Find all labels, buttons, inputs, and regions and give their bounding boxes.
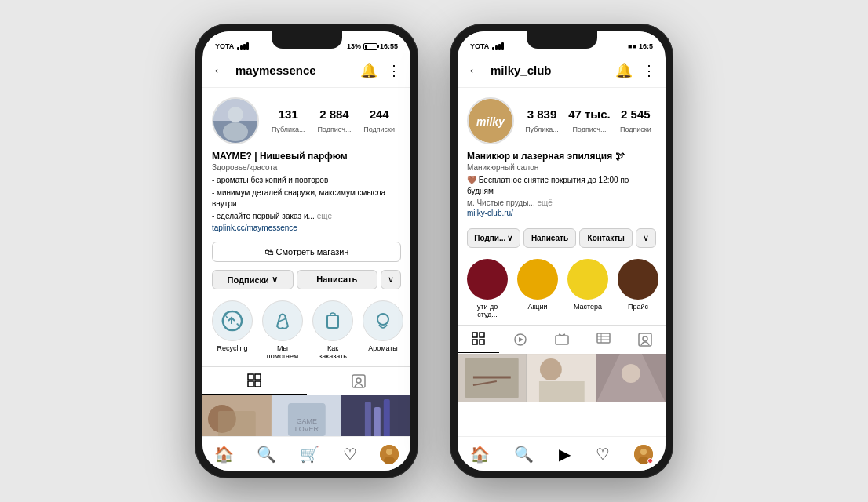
message-button[interactable]: Написать — [297, 270, 378, 289]
bio-link-2[interactable]: milky-club.ru/ — [467, 209, 656, 217]
highlight-circle-1 — [212, 300, 253, 341]
highlight-3[interactable]: Как заказать — [312, 300, 353, 360]
stats-numbers: 131 Публика... 2 884 Подписч... 244 Подп… — [265, 107, 401, 135]
posts-stat-2[interactable]: 3 839 Публика... — [525, 107, 559, 135]
follow-button[interactable]: Подписки ∨ — [212, 270, 294, 289]
carrier-label: YOTA — [215, 42, 234, 50]
following-stat-2[interactable]: 2 545 Подписки — [620, 107, 651, 135]
tab-reels-2[interactable] — [499, 326, 541, 353]
nav-heart-2[interactable]: ♡ — [596, 445, 610, 464]
battery-fill — [365, 45, 367, 49]
nav-avatar-2[interactable] — [634, 445, 653, 464]
back-button[interactable]: ← — [212, 61, 228, 79]
svg-point-54 — [640, 449, 647, 455]
tab-tagged-2[interactable] — [624, 326, 666, 353]
svg-rect-7 — [248, 374, 253, 380]
svg-point-43 — [643, 336, 647, 341]
bio-more[interactable]: ещё — [317, 212, 332, 220]
more-icon-2[interactable]: ⋮ — [642, 62, 656, 79]
tab-grid-2[interactable] — [458, 326, 499, 353]
bio-link[interactable]: taplink.cc/maymessence — [212, 224, 401, 232]
highlight-2[interactable]: Мы помогаем — [262, 300, 303, 360]
contacts-button[interactable]: Контакты — [579, 228, 633, 248]
nav-home[interactable]: 🏠 — [214, 445, 234, 464]
highlight-label-3: Как заказать — [312, 344, 353, 360]
bar4 — [246, 42, 249, 50]
highlight-label-4: Ароматы — [368, 344, 398, 352]
grid-thumb-1[interactable] — [202, 395, 272, 436]
posts-stat[interactable]: 131 Публика... — [272, 107, 305, 135]
nav-heart[interactable]: ♡ — [343, 445, 357, 464]
nav-home-2[interactable]: 🏠 — [470, 445, 490, 464]
bar2 — [240, 45, 243, 50]
grid-thumb-2-3[interactable] — [596, 354, 666, 402]
back-button-2[interactable]: ← — [467, 61, 483, 79]
svg-point-52 — [622, 364, 640, 383]
grid-thumb-2[interactable]: GAME LOVER — [272, 395, 341, 436]
status-left-2: YOTA — [470, 42, 504, 50]
svg-point-6 — [377, 314, 388, 325]
highlight-4[interactable]: Ароматы — [363, 300, 403, 360]
svg-rect-11 — [352, 375, 365, 387]
bio-more-2[interactable]: ещё — [537, 198, 552, 207]
following-count: 244 — [363, 107, 395, 121]
svg-rect-9 — [248, 381, 253, 387]
phone1-profile-content: 131 Публика... 2 884 Подписч... 244 Подп… — [202, 88, 410, 436]
more-icon[interactable]: ⋮ — [387, 62, 401, 79]
svg-text:LOVER: LOVER — [294, 425, 319, 433]
avatar-2[interactable]: milky — [467, 97, 514, 144]
svg-rect-50 — [539, 381, 585, 402]
expand-button[interactable]: ∨ — [381, 270, 401, 289]
carrier-label-2: YOTA — [470, 42, 489, 50]
highlight-label-2-4: Прайс — [628, 303, 648, 311]
grid-thumb-2-2[interactable] — [527, 354, 596, 402]
avatar[interactable] — [212, 97, 259, 144]
nav-avatar[interactable] — [380, 445, 399, 464]
expand-button-2[interactable]: ∨ — [636, 228, 656, 248]
bar1 — [492, 47, 494, 50]
highlight-2-3[interactable]: Мастера — [567, 259, 608, 318]
notification-dot — [647, 458, 653, 464]
highlight-2-1[interactable]: ути до студ... — [467, 259, 508, 318]
grid-thumb-2-1[interactable] — [458, 354, 527, 402]
bar2 — [495, 45, 498, 50]
subscribe-button[interactable]: Подпи... ∨ — [467, 228, 520, 248]
phone2-header: ← milky_club 🔔 ⋮ — [458, 53, 666, 88]
highlight-2-2[interactable]: Акции — [517, 259, 558, 318]
svg-point-2 — [228, 107, 243, 122]
highlight-1[interactable]: Recycling — [212, 300, 253, 360]
tab-shop-2[interactable] — [582, 326, 624, 353]
phone1-screen: YOTA 13% 16:55 — [202, 31, 410, 471]
nav-video-2[interactable]: ▶ — [559, 445, 571, 464]
tab-tagged[interactable] — [307, 367, 411, 395]
bio-category: Здоровье/красота — [212, 163, 401, 172]
stats-numbers-2: 3 839 Публика... 47 тыс. Подписч... 2 54… — [520, 107, 656, 135]
highlight-circle-3 — [312, 300, 353, 341]
grid-thumb-3[interactable] — [341, 395, 410, 436]
tab-tv-2[interactable] — [541, 326, 582, 353]
bio-name-2: Маникюр и лазерная эпиляция 🕊 — [467, 151, 656, 162]
shop-button[interactable]: 🛍 Смотреть магазин — [212, 242, 401, 262]
bell-icon[interactable]: 🔔 — [360, 62, 377, 79]
bell-icon-2[interactable]: 🔔 — [615, 62, 633, 79]
svg-rect-23 — [384, 399, 390, 436]
grid-row: GAME LOVER — [202, 395, 410, 436]
header-icons-2: 🔔 ⋮ — [615, 62, 656, 79]
bar3 — [243, 44, 246, 50]
followers-count: 2 884 — [317, 107, 351, 121]
following-stat[interactable]: 244 Подписки — [363, 107, 395, 135]
phone1-header: ← maymessence 🔔 ⋮ — [202, 53, 410, 88]
posts-label: Публика... — [272, 126, 305, 133]
followers-stat[interactable]: 2 884 Подписч... — [317, 107, 351, 135]
time-label: 16:55 — [380, 42, 398, 50]
nav-search[interactable]: 🔍 — [257, 445, 276, 464]
tab-grid[interactable] — [202, 367, 307, 395]
nav-shop[interactable]: 🛒 — [300, 445, 319, 464]
message-button-2[interactable]: Написать — [523, 228, 577, 248]
signal-bars — [237, 42, 249, 50]
highlight-2-4[interactable]: Прайс — [618, 259, 658, 318]
follow-chevron: ∨ — [272, 275, 278, 285]
nav-search-2[interactable]: 🔍 — [514, 445, 534, 464]
followers-stat-2[interactable]: 47 тыс. Подписч... — [568, 107, 611, 135]
signal-bars-2 — [492, 42, 504, 50]
